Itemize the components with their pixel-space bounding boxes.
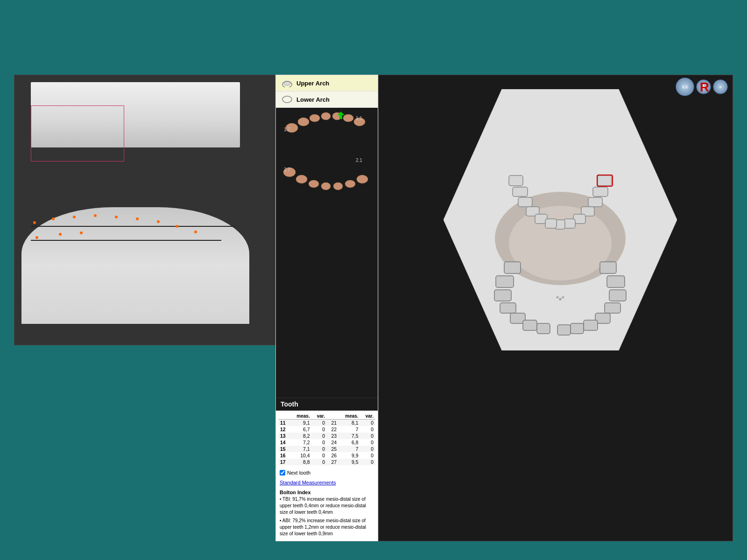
- table-header: meas. var. meas. var.: [278, 413, 375, 420]
- var-val-left: 0: [312, 452, 327, 459]
- table-row: 17 8,8 0 27 9,5 0: [278, 459, 375, 465]
- svg-rect-35: [600, 262, 616, 273]
- next-tooth-checkbox[interactable]: [280, 470, 285, 476]
- upper-arch-label: Upper Arch: [296, 80, 329, 87]
- tooth-num-left: 13: [278, 433, 290, 439]
- svg-point-7: [321, 112, 331, 120]
- tooth-17-label: 1.7: [284, 127, 290, 132]
- meas-val-left: 10,4: [290, 452, 312, 459]
- svg-point-13: [296, 175, 307, 183]
- tooth-num-left: 16: [278, 452, 290, 459]
- zoom-1to1-label: 1:1: [682, 84, 688, 89]
- upper-arch-button[interactable]: Upper Arch: [276, 75, 378, 91]
- measurement-dot: [176, 225, 178, 228]
- teeth-model-area: [21, 207, 249, 324]
- tooth-num-right: 24: [327, 439, 338, 446]
- measurement-dot: [115, 216, 118, 218]
- var-val-right: 0: [360, 439, 375, 446]
- measurement-dot: [59, 233, 62, 236]
- measurement-dot: [94, 214, 97, 217]
- hex-view-container: [444, 89, 668, 341]
- meas-val-left: 6,7: [290, 426, 312, 433]
- var-val-right: 0: [360, 419, 375, 426]
- table-row: 15 7,1 0 25 7 0: [278, 446, 375, 452]
- var-val-left: 0: [312, 419, 327, 426]
- bolton-tbi: • TBI: 91,7% increase mesio-distal size …: [280, 496, 374, 516]
- svg-rect-24: [588, 197, 602, 207]
- svg-point-18: [357, 175, 368, 183]
- standard-measurements-link[interactable]: Standard Measurements: [276, 478, 378, 487]
- table-row: 14 7,2 0 24 6,8 0: [278, 439, 375, 446]
- meas-val-left: 8,2: [290, 433, 312, 439]
- tooth-name-section: Tooth: [276, 398, 378, 411]
- meas-val-right: 9,9: [338, 452, 360, 459]
- zoom-out-button[interactable]: -: [713, 79, 728, 94]
- var-val-right: 0: [360, 426, 375, 433]
- measurement-dot: [136, 217, 139, 220]
- meas-val-left: 7,2: [290, 439, 312, 446]
- svg-point-1: [284, 82, 290, 85]
- measurements-section: meas. var. meas. var. 11 9,1 0 21 8,1 0 …: [276, 411, 378, 468]
- svg-rect-31: [518, 197, 532, 207]
- svg-rect-34: [545, 219, 557, 228]
- meas-val-right: 7,5: [338, 433, 360, 439]
- meas-val-left: 8,8: [290, 459, 312, 465]
- svg-rect-46: [500, 303, 516, 313]
- tooth-selector: 1.7 1.1 2.1 2.7: [276, 108, 378, 398]
- arch-diagram[interactable]: 1.7 1.1 2.1 2.7: [280, 112, 374, 191]
- lower-arch-icon: [282, 95, 293, 104]
- measurement-dot: [52, 217, 55, 220]
- var-col-header: var.: [312, 413, 327, 420]
- svg-point-14: [309, 180, 319, 188]
- svg-point-51: [559, 298, 562, 301]
- tooth-num-left: 15: [278, 446, 290, 452]
- svg-rect-23: [593, 187, 608, 196]
- svg-point-53: [557, 296, 559, 299]
- svg-rect-40: [584, 320, 598, 330]
- tooth-num-left: 11: [278, 419, 290, 426]
- canvas-background: [14, 75, 275, 345]
- table-row: 13 8,2 0 23 7,5 0: [278, 433, 375, 439]
- tooth-11-label: 1.1: [356, 116, 362, 121]
- svg-point-2: [282, 96, 292, 103]
- table-row: 12 6,7 0 22 7 0: [278, 426, 375, 433]
- zoom-1to1-button[interactable]: 1:1: [676, 77, 694, 96]
- svg-rect-22: [598, 175, 612, 186]
- next-tooth-checkbox-area: Next tooth: [276, 468, 378, 478]
- meas-val-left: 9,1: [290, 419, 312, 426]
- var-val-left: 0: [312, 439, 327, 446]
- svg-rect-41: [571, 323, 584, 334]
- tooth-num-right: 25: [327, 446, 338, 452]
- svg-rect-37: [609, 290, 626, 301]
- var-val-right: 0: [360, 446, 375, 452]
- arch-buttons-container: Upper Arch Lower Arch: [276, 75, 378, 108]
- selection-box: [31, 105, 124, 161]
- var-val-right: 0: [360, 459, 375, 465]
- meas-val-right: 6,8: [338, 439, 360, 446]
- svg-point-9: [343, 114, 353, 122]
- svg-rect-44: [496, 276, 514, 287]
- var-val-left: 0: [312, 433, 327, 439]
- tooth-num-left: 12: [278, 426, 290, 433]
- svg-rect-48: [523, 320, 537, 330]
- tooth-num-right: 26: [327, 452, 338, 459]
- svg-point-17: [345, 180, 355, 188]
- svg-rect-42: [557, 325, 571, 335]
- table-row: 16 10,4 0 26 9,9 0: [278, 452, 375, 459]
- svg-point-52: [562, 296, 564, 299]
- svg-point-15: [321, 182, 331, 190]
- lower-arch-label: Lower Arch: [296, 96, 330, 103]
- svg-rect-38: [605, 303, 620, 313]
- tooth-label: Tooth: [281, 400, 298, 408]
- svg-point-5: [298, 118, 309, 126]
- svg-rect-27: [564, 219, 575, 228]
- lower-arch-button[interactable]: Lower Arch: [276, 91, 378, 108]
- var-val-left: 0: [312, 459, 327, 465]
- svg-rect-49: [537, 323, 550, 334]
- tooth-num-right: 27: [327, 459, 338, 465]
- measurement-dot: [80, 231, 83, 234]
- svg-point-21: [509, 206, 612, 280]
- measurement-dot: [33, 221, 36, 224]
- zoom-out-icon: -: [719, 82, 722, 92]
- dental-model-left: [21, 82, 268, 338]
